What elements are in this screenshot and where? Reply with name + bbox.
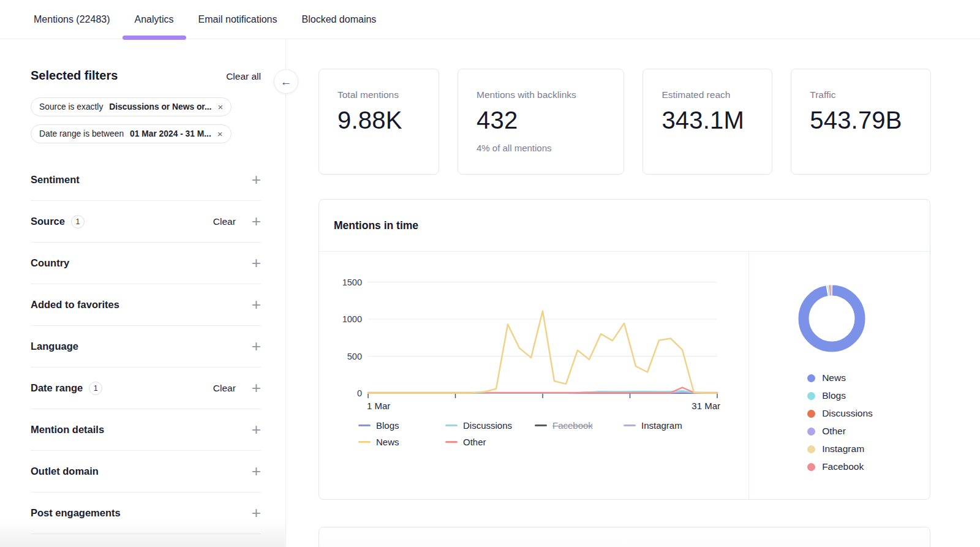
tab-email-notifications[interactable]: Email notifications	[186, 0, 290, 39]
filter-chip-value: Discussions or News or...	[109, 102, 211, 111]
filter-section-mention-details[interactable]: Mention details+	[31, 409, 261, 451]
filter-section-label: Added to favorites	[31, 299, 119, 311]
filter-section-date-range[interactable]: Date range1Clear+	[31, 368, 261, 409]
y-axis-tick-label: 500	[347, 352, 362, 361]
filter-chip-date-range[interactable]: Date range is between 01 Mar 2024 - 31 M…	[31, 124, 232, 143]
filter-section-source[interactable]: Source1Clear+	[31, 201, 261, 243]
collapse-sidebar-button[interactable]: ←	[274, 69, 298, 94]
plus-icon[interactable]: +	[252, 505, 261, 521]
filter-section-label: Source	[31, 216, 65, 227]
tab-blocked-domains[interactable]: Blocked domains	[290, 0, 389, 39]
filter-section-sentiment[interactable]: Sentiment+	[31, 159, 261, 201]
filter-section-label-wrap: Mention details	[31, 424, 104, 436]
donut-legend-item-news[interactable]: News	[807, 372, 873, 383]
donut-legend-label: Blogs	[822, 390, 846, 401]
legend-item-other[interactable]: Other	[445, 437, 535, 447]
filter-chip-text: Source is exactly	[39, 102, 103, 111]
filter-section-label-wrap: Date range1	[31, 382, 102, 395]
stat-value: 343.1M	[662, 107, 753, 134]
plus-icon[interactable]: +	[252, 213, 261, 229]
filter-section-label-wrap: Sentiment	[31, 174, 80, 186]
legend-dot-swatch	[807, 410, 815, 418]
clear-filter-link[interactable]: Clear	[213, 383, 236, 394]
legend-label: News	[376, 437, 399, 447]
legend-dot-swatch	[807, 428, 815, 436]
series-line-news[interactable]	[368, 311, 717, 393]
legend-dot-swatch	[807, 445, 815, 453]
legend-item-facebook[interactable]: Facebook	[535, 420, 624, 431]
donut-legend-label: Instagram	[822, 443, 864, 455]
stat-card-total-mentions: Total mentions9.88K	[318, 69, 439, 175]
line-chart-legend: BlogsDiscussionsFacebookInstagramNewsOth…	[358, 420, 748, 447]
stat-value: 543.79B	[810, 107, 912, 134]
donut-legend-item-instagram[interactable]: Instagram	[807, 443, 873, 455]
filter-section-language[interactable]: Language+	[31, 326, 261, 368]
stats-row: Total mentions9.88KMentions with backlin…	[318, 69, 931, 175]
filter-section-label: Date range	[31, 382, 83, 394]
chart-card-header: Mentions in time	[319, 200, 930, 252]
filter-section-actions: +	[252, 464, 261, 479]
clear-filter-link[interactable]: Clear	[213, 216, 236, 227]
donut-legend-item-discussions[interactable]: Discussions	[807, 408, 873, 419]
filter-section-country[interactable]: Country+	[31, 243, 261, 284]
y-axis-tick-label: 0	[357, 388, 362, 398]
legend-label: Discussions	[463, 420, 512, 431]
plus-icon[interactable]: +	[252, 380, 261, 396]
clear-all-filters-link[interactable]: Clear all	[226, 71, 261, 82]
mentions-in-time-card: Mentions in time 1500100050001 Mar31 Mar…	[318, 199, 930, 500]
mentions-line-chart[interactable]: 1500100050001 Mar31 Mar	[319, 252, 748, 414]
remove-filter-icon[interactable]: ×	[217, 129, 223, 138]
filter-section-label-wrap: Source1	[31, 215, 85, 228]
filter-section-label: Post engagements	[31, 507, 121, 519]
filter-section-actions: +	[252, 423, 261, 437]
stat-label: Traffic	[810, 89, 912, 100]
legend-dot-swatch	[807, 392, 815, 400]
x-axis-label-start: 1 Mar	[367, 401, 390, 411]
y-axis-tick-label: 1500	[342, 277, 362, 287]
filter-section-actions: +	[252, 339, 261, 354]
plus-icon[interactable]: +	[252, 421, 261, 437]
donut-panel: NewsBlogsDiscussionsOtherInstagramFacebo…	[748, 252, 931, 499]
remove-filter-icon[interactable]: ×	[217, 102, 223, 111]
filter-section-post-engagements[interactable]: Post engagements+	[31, 492, 261, 534]
donut-legend-item-other[interactable]: Other	[807, 426, 873, 437]
brand-monitoring-app: Mentions (22483)AnalyticsEmail notificat…	[0, 0, 980, 547]
plus-icon[interactable]: +	[252, 172, 261, 187]
donut-legend-item-blogs[interactable]: Blogs	[807, 390, 873, 401]
plus-icon[interactable]: +	[252, 255, 261, 271]
sources-donut-chart[interactable]	[749, 252, 932, 367]
next-section-card	[318, 527, 930, 547]
filter-section-added-to-favorites[interactable]: Added to favorites+	[31, 284, 261, 326]
filter-section-actions: +	[252, 173, 261, 187]
stat-subtitle: 4% of all mentions	[477, 143, 605, 153]
stat-value: 9.88K	[337, 107, 420, 134]
sidebar-header: Selected filters Clear all	[31, 69, 261, 83]
legend-item-instagram[interactable]: Instagram	[624, 420, 748, 431]
arrow-left-icon: ←	[281, 76, 292, 88]
donut-legend-label: Facebook	[822, 461, 864, 472]
legend-label: Facebook	[552, 420, 593, 431]
filter-chip-source[interactable]: Source is exactly Discussions or News or…	[31, 97, 232, 116]
filter-chip-text: Date range is between	[39, 129, 124, 138]
legend-dot-swatch	[807, 374, 815, 382]
series-line-other[interactable]	[368, 388, 717, 393]
plus-icon[interactable]: +	[252, 463, 261, 479]
stat-label: Mentions with backlinks	[477, 89, 605, 100]
filter-section-outlet-domain[interactable]: Outlet domain+	[31, 451, 261, 492]
donut-segment-news[interactable]	[804, 290, 860, 347]
filter-count-badge: 1	[71, 215, 85, 228]
filter-section-label: Country	[31, 257, 69, 269]
legend-dot-swatch	[807, 463, 815, 471]
legend-item-blogs[interactable]: Blogs	[358, 420, 445, 431]
tab-analytics[interactable]: Analytics	[123, 0, 186, 39]
plus-icon[interactable]: +	[252, 296, 261, 312]
donut-legend-item-facebook[interactable]: Facebook	[807, 461, 873, 472]
line-chart-area: 1500100050001 Mar31 Mar BlogsDiscussions…	[319, 252, 748, 499]
legend-item-discussions[interactable]: Discussions	[445, 420, 535, 431]
legend-item-news[interactable]: News	[358, 437, 445, 447]
plus-icon[interactable]: +	[252, 338, 261, 354]
chart-title: Mentions in time	[334, 219, 418, 232]
filters-sidebar: Selected filters Clear all Source is exa…	[0, 39, 286, 547]
filter-section-actions: Clear+	[213, 214, 261, 229]
tab-mentions[interactable]: Mentions (22483)	[21, 0, 123, 39]
